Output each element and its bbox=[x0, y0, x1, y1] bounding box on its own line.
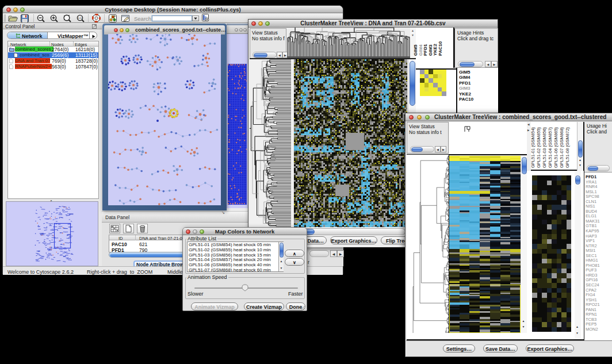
svg-text:1:1: 1:1 bbox=[78, 17, 82, 20]
